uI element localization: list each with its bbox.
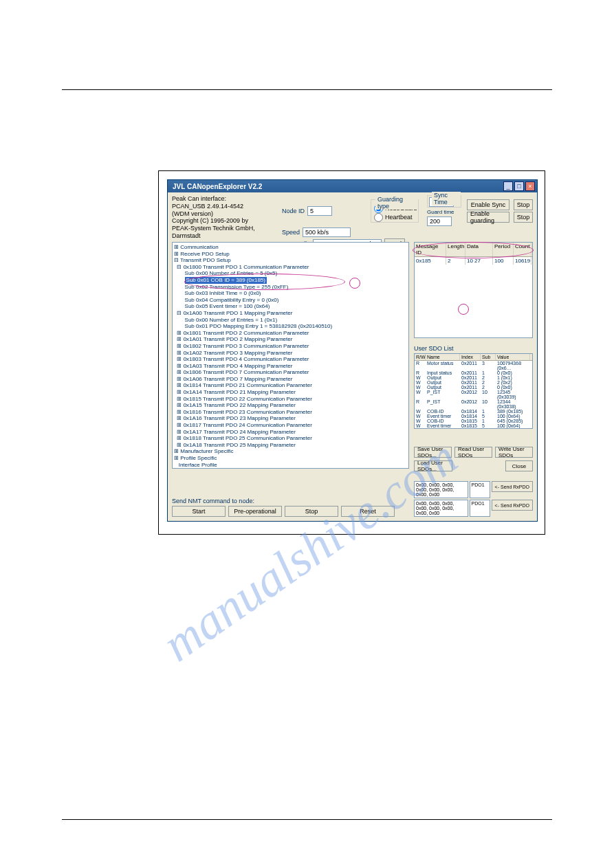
tree-item[interactable]: ⊟ Transmit PDO Setup — [174, 257, 407, 264]
user-sdo-list: User SDO List R/W Name Index Sub Value R… — [414, 345, 533, 441]
nmt-label: Send NMT command to node: — [172, 498, 409, 504]
maximize-icon[interactable]: □ — [514, 181, 524, 191]
guarding-title: Guarding type — [375, 196, 418, 210]
sdo-row[interactable]: WOutput0x201122 (0x2) — [415, 380, 532, 385]
sdo-header: R/W Name Index Sub Value — [415, 354, 532, 361]
annotation-circle-tree — [349, 278, 360, 289]
nmt-start-button[interactable]: Start — [172, 506, 226, 517]
annotation-ellipse-msg — [413, 242, 534, 258]
guard-time-input[interactable]: 200 — [427, 216, 452, 226]
read-sdos-button[interactable]: Read User SDOs — [454, 447, 492, 458]
heartbeat-radio[interactable]: Heartbeat — [374, 213, 415, 222]
rxpdo-sel-2[interactable]: PDO1 — [470, 500, 490, 517]
titlebar: JVL CANopenExplorer V2.2 _ □ × — [168, 180, 537, 192]
sdo-row[interactable]: RMotor status0x20113100794368 (0x6… — [415, 361, 532, 370]
sdo-row[interactable]: WEvent timer0x18155100 (0x64) — [415, 423, 532, 428]
write-sdos-button[interactable]: Write User SDOs — [495, 447, 533, 458]
close-button[interactable]: Close — [505, 460, 533, 471]
title-buttons: _ □ × — [503, 181, 535, 191]
nmt-area: Send NMT command to node: Start Pre-oper… — [172, 498, 409, 517]
nodeid-dropdown[interactable]: 5 — [307, 206, 332, 216]
nmt-preop-button[interactable]: Pre-operational — [228, 506, 282, 517]
info-line: PEAK-System Technik GmbH, Darmstadt — [172, 225, 282, 240]
tree-item[interactable]: Sub 0x00 Number of Entries = 1 (0x1) — [174, 317, 407, 324]
nodeid-label: Node ID — [282, 208, 305, 214]
tree-item[interactable]: ⊞ Manufacturer Specific — [174, 448, 407, 455]
sdo-row[interactable]: RInput status0x201110 (0x0) — [415, 370, 532, 375]
speed-label: Speed — [282, 229, 300, 236]
send-rxpdo-button-2[interactable]: <- Send RxPDO — [492, 500, 533, 511]
tree-item[interactable]: ⊞ 0x1A01 Transmit PDO 2 Mapping Paramete… — [174, 336, 407, 343]
sdo-row[interactable]: WP_IST0x20121012345 (0x3039) — [415, 390, 532, 399]
guarding-group: Guarding type NodeGuard Heartbeat — [371, 199, 419, 223]
info-line: PCAN_USB 2.49.14-4542 — [172, 203, 282, 210]
nmt-stop-button[interactable]: Stop — [285, 506, 338, 517]
tree-item[interactable]: ⊞ 0x1802 Transmit PDO 3 Communication Pa… — [174, 343, 407, 350]
tree-item[interactable]: ⊞ 0x1815 Transmit PDO 22 Communication P… — [174, 396, 407, 403]
cell-cnt: 10619 — [514, 257, 531, 265]
send-rxpdo-button-1[interactable]: <- Send RxPDO — [492, 481, 533, 492]
tree-item[interactable]: ⊞ 0x1816 Transmit PDO 23 Communication P… — [174, 409, 407, 416]
sdo-table[interactable]: R/W Name Index Sub Value RMotor status0x… — [414, 353, 533, 429]
sdo-row[interactable]: WCOB-ID0x18161901 (0x385) — [415, 428, 532, 429]
tree-item[interactable]: ⊞ 0x1A15 Transmit PDO 22 Mapping Paramet… — [174, 402, 407, 409]
tree-item[interactable]: ⊞ Profile Specific — [174, 455, 407, 462]
sdo-row[interactable]: RP_IST0x20121012344 (0x3038) — [415, 399, 532, 409]
tree-item[interactable]: ⊞ Communication — [174, 244, 407, 251]
tree-item[interactable]: ⊞ 0x1A14 Transmit PDO 21 Mapping Paramet… — [174, 389, 407, 396]
sdo-button-row-1: Save User SDOs... Read User SDOs Write U… — [414, 447, 533, 458]
tree-item[interactable]: ⊞ 0x1818 Transmit PDO 25 Communication P… — [174, 435, 407, 442]
tree-item[interactable]: ⊞ 0x1A06 Transmit PDO 7 Mapping Paramete… — [174, 376, 407, 383]
rxpdo-sel-1[interactable]: PDO1 — [470, 481, 490, 498]
cell-per: 100 — [493, 257, 514, 265]
tree-item[interactable]: ⊞ Receive PDO Setup — [174, 251, 407, 258]
tree-item[interactable]: ⊞ 0x1806 Transmit PDO 7 Communication Pa… — [174, 369, 407, 376]
tree-item[interactable]: Sub 0x01 PDO Mapping Entry 1 = 538182928… — [174, 323, 407, 330]
speed-dropdown[interactable]: 500 kb/s — [303, 227, 351, 237]
tree-item[interactable]: ⊞ 0x1817 Transmit PDO 24 Communication P… — [174, 422, 407, 429]
enable-guard-button[interactable]: Enable guarding — [467, 212, 509, 223]
rxpdo-area: 0x00, 0x00, 0x00, 0x00, 0x00, 0x00, 0x00… — [414, 480, 533, 517]
sdo-row[interactable]: WCOB-ID0x18141389 (0x185) — [415, 409, 532, 414]
tree-item[interactable]: Sub 0x05 Event timer = 100 (0x64) — [174, 303, 407, 310]
load-sdos-button[interactable]: Load User SDOs... — [414, 460, 452, 471]
minimize-icon[interactable]: _ — [503, 181, 513, 191]
info-line: (WDM version) — [172, 210, 282, 218]
tree-item[interactable]: ⊞ 0x1A02 Transmit PDO 3 Mapping Paramete… — [174, 350, 407, 357]
close-icon[interactable]: × — [525, 181, 535, 191]
save-sdos-button[interactable]: Save User SDOs... — [414, 447, 452, 458]
col-name: Name — [426, 354, 460, 360]
tree-item[interactable]: ⊞ 0x1A03 Transmit PDO 4 Mapping Paramete… — [174, 363, 407, 370]
sdo-button-row-2: Load User SDOs... Close — [414, 460, 533, 471]
sync-group: Sync Time 50 — [427, 195, 461, 208]
tree-item[interactable]: Interface Profile — [174, 462, 407, 469]
tree-item[interactable]: ⊞ 0x1801 Transmit PDO 2 Communication Pa… — [174, 330, 407, 337]
app-window: JVL CANopenExplorer V2.2 _ □ × Peak Can … — [167, 179, 538, 522]
sdo-list-title: User SDO List — [414, 345, 533, 352]
annotation-ellipse-tree — [184, 274, 345, 290]
tree-item[interactable]: ⊟ 0x1A00 Transmit PDO 1 Mapping Paramete… — [174, 310, 407, 317]
top-rule — [62, 89, 552, 90]
stop-sync-button[interactable]: Stop — [514, 199, 533, 210]
bottom-rule — [62, 819, 552, 820]
tree-item[interactable]: ⊞ 0x1A18 Transmit PDO 25 Mapping Paramet… — [174, 442, 407, 449]
info-line: Peak Can interface: — [172, 195, 282, 203]
tree-item[interactable]: ⊞ 0x1A16 Transmit PDO 23 Mapping Paramet… — [174, 415, 407, 422]
stop-guard-button[interactable]: Stop — [514, 212, 533, 223]
tree-item[interactable]: ⊞ 0x1803 Transmit PDO 4 Communication Pa… — [174, 356, 407, 363]
window-title: JVL CANopenExplorer V2.2 — [170, 183, 262, 190]
nmt-reset-button[interactable]: Reset — [341, 506, 395, 517]
enable-sync-button[interactable]: Enable Sync — [467, 199, 509, 210]
tree-item[interactable]: ⊞ 0x1A17 Transmit PDO 24 Mapping Paramet… — [174, 429, 407, 436]
tree-item[interactable]: Sub 0x03 Inhibit Time = 0 (0x0) — [174, 290, 407, 297]
tree-item[interactable]: Sub 0x04 Compatibility Entry = 0 (0x0) — [174, 297, 407, 304]
sdo-row[interactable]: WEvent timer0x18145100 (0x64) — [415, 414, 532, 419]
rxpdo-data-2[interactable]: 0x00, 0x00, 0x00, 0x00, 0x00, 0x00, 0x00… — [414, 500, 468, 517]
sync-title: Sync Time — [432, 192, 461, 205]
tree-item[interactable]: ⊞ 0x1814 Transmit PDO 21 Communication P… — [174, 382, 407, 389]
rxpdo-data-1[interactable]: 0x00, 0x00, 0x00, 0x00, 0x00, 0x00, 0x00… — [414, 481, 468, 498]
tree-item[interactable]: ⊟ 0x1800 Transmit PDO 1 Communication Pa… — [174, 264, 407, 271]
sdo-row[interactable]: WCOB-ID0x18151645 (0x285) — [415, 419, 532, 423]
sdo-row[interactable]: WOutput0x201120 (0x0) — [415, 385, 532, 390]
sdo-row[interactable]: WOutput0x201121 (0x1) — [415, 375, 532, 380]
